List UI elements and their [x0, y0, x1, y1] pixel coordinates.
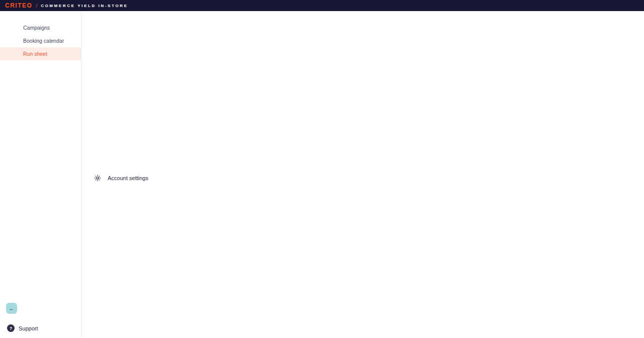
logo-separator: / [36, 3, 37, 9]
sidebar-item-label: Run sheet [23, 51, 47, 57]
collapse-sidebar-button[interactable]: ← [6, 303, 17, 314]
sidebar-item-label: Booking calendar [23, 38, 64, 44]
support-link[interactable]: ? Support [7, 324, 38, 332]
sidebar: DashboardManage mediaClient managerPropo… [0, 11, 82, 338]
support-label: Support [19, 325, 38, 331]
criteo-logo: CRITEO [5, 2, 32, 9]
sidebar-nav: DashboardManage mediaClient managerPropo… [0, 11, 81, 60]
account-settings-icon [94, 174, 102, 182]
sidebar-item-label: Campaigns [23, 25, 50, 31]
topbar: CRITEO / COMMERCE YIELD IN-STORE [0, 0, 644, 11]
sidebar-item-label: Account settings [108, 175, 148, 181]
sidebar-item-account-settings[interactable]: Account settings [82, 11, 644, 338]
help-icon: ? [7, 324, 15, 332]
app-title: COMMERCE YIELD IN-STORE [41, 4, 128, 8]
sidebar-item-campaigns[interactable]: Campaigns [0, 21, 81, 34]
sidebar-item-run-sheet[interactable]: Run sheet [0, 47, 81, 60]
sidebar-item-booking-calendar[interactable]: Booking calendar [0, 34, 81, 47]
